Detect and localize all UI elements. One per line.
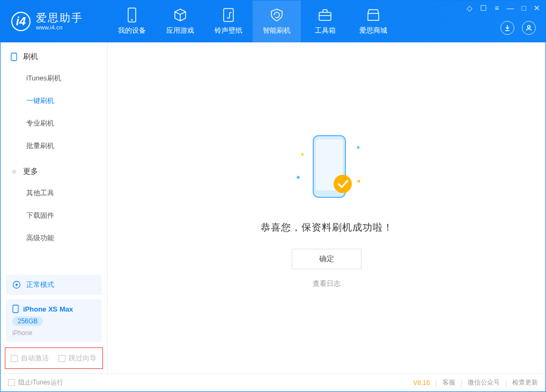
header-right-icons xyxy=(500,21,536,35)
checkbox-icon xyxy=(8,379,15,386)
nav-tab-label: 应用游戏 xyxy=(166,26,194,35)
app-name: 爱思助手 xyxy=(36,11,83,24)
footer: 阻止iTunes运行 V8.16 | 客服 | 微信公众号 | 检查更新 xyxy=(1,373,545,391)
device-type: iPhone xyxy=(12,329,95,337)
app-url: www.i4.cn xyxy=(36,24,83,31)
mode-icon xyxy=(12,280,21,289)
logo-area: i4 爱思助手 www.i4.cn xyxy=(1,1,108,42)
svg-point-7 xyxy=(16,284,18,286)
cube-icon xyxy=(173,8,188,23)
nav-tab-device[interactable]: 我的设备 xyxy=(108,1,156,42)
sidebar-section-title: 更多 xyxy=(23,167,38,176)
version-label: V8.16 xyxy=(413,379,430,387)
checkbox-block-itunes[interactable]: 阻止iTunes运行 xyxy=(8,378,63,387)
highlighted-options: 自动激活 跳过向导 xyxy=(5,347,103,369)
sidebar-item-oneclick[interactable]: 一键刷机 xyxy=(1,90,107,112)
nav-tab-flash[interactable]: 智能刷机 xyxy=(253,1,301,42)
checkbox-label: 跳过向导 xyxy=(69,353,97,363)
view-log-link[interactable]: 查看日志 xyxy=(313,279,341,289)
success-message: 恭喜您，保资料刷机成功啦！ xyxy=(261,221,393,234)
svg-point-9 xyxy=(301,153,304,156)
nav-tab-label: 工具箱 xyxy=(315,26,336,35)
checkbox-auto-activate[interactable]: 自动激活 xyxy=(11,353,49,363)
nav-tab-label: 智能刷机 xyxy=(263,26,291,35)
sidebar-item-advanced[interactable]: 高级功能 xyxy=(1,227,107,249)
svg-rect-3 xyxy=(319,12,331,20)
minimize-icon[interactable]: — xyxy=(507,4,514,12)
svg-point-11 xyxy=(358,180,360,182)
refresh-shield-icon xyxy=(269,8,284,23)
svg-point-14 xyxy=(334,175,352,193)
nav-tab-toolbox[interactable]: 工具箱 xyxy=(301,1,349,42)
menu-icon[interactable]: ≡ xyxy=(495,4,499,12)
checkbox-icon xyxy=(11,355,18,362)
checkbox-skip-guide[interactable]: 跳过向导 xyxy=(58,353,97,363)
sidebar-item-other[interactable]: 其他工具 xyxy=(1,182,107,204)
toolbox-icon xyxy=(318,8,333,23)
update-link[interactable]: 检查更新 xyxy=(512,378,538,387)
sidebar-section-more: ≡ 更多 xyxy=(1,157,107,182)
nav-tab-store[interactable]: 爱思商城 xyxy=(349,1,397,42)
checkbox-label: 阻止iTunes运行 xyxy=(18,378,63,387)
sidebar-item-itunes[interactable]: iTunes刷机 xyxy=(1,67,107,90)
sidebar: 刷机 iTunes刷机 一键刷机 专业刷机 批量刷机 ≡ 更多 其他工具 下载固… xyxy=(1,42,108,373)
user-icon[interactable] xyxy=(522,21,536,35)
sidebar-item-batch[interactable]: 批量刷机 xyxy=(1,135,107,157)
svg-rect-8 xyxy=(13,305,18,313)
svg-rect-5 xyxy=(11,53,17,61)
checkbox-icon xyxy=(58,355,65,362)
nav-tab-label: 爱思商城 xyxy=(359,26,387,35)
main-content: 恭喜您，保资料刷机成功啦！ 确定 查看日志 xyxy=(108,42,545,373)
sidebar-item-firmware[interactable]: 下载固件 xyxy=(1,204,107,227)
feedback-icon[interactable]: ☐ xyxy=(480,4,487,12)
nav-tab-label: 铃声壁纸 xyxy=(215,26,242,35)
svg-point-1 xyxy=(131,19,133,21)
maximize-icon[interactable]: □ xyxy=(522,4,526,12)
store-icon xyxy=(366,8,381,23)
sidebar-section-flash: 刷机 xyxy=(1,42,107,67)
body: 刷机 iTunes刷机 一键刷机 专业刷机 批量刷机 ≡ 更多 其他工具 下载固… xyxy=(1,42,545,373)
logo-icon: i4 xyxy=(11,12,31,31)
window-controls: ◇ ☐ ≡ — □ ✕ xyxy=(467,4,540,12)
music-file-icon xyxy=(221,8,236,23)
sidebar-item-pro[interactable]: 专业刷机 xyxy=(1,112,107,135)
phone-outline-icon xyxy=(10,53,18,61)
svg-rect-2 xyxy=(224,9,233,21)
nav-tab-apps[interactable]: 应用游戏 xyxy=(156,1,204,42)
device-name: iPhone XS Max xyxy=(23,305,73,313)
support-link[interactable]: 客服 xyxy=(442,378,455,387)
nav-tab-label: 我的设备 xyxy=(118,26,146,35)
download-icon[interactable] xyxy=(500,21,514,35)
device-capacity: 256GB xyxy=(12,316,43,326)
logo-text: 爱思助手 www.i4.cn xyxy=(36,11,83,31)
tshirt-icon[interactable]: ◇ xyxy=(467,4,473,12)
list-icon: ≡ xyxy=(10,168,18,175)
sidebar-section-title: 刷机 xyxy=(23,52,38,62)
device-info-card[interactable]: iPhone XS Max 256GB iPhone xyxy=(6,299,102,342)
svg-rect-10 xyxy=(296,175,300,179)
wechat-link[interactable]: 微信公众号 xyxy=(468,378,500,387)
device-phone-icon xyxy=(12,305,19,313)
phone-icon xyxy=(124,8,139,23)
device-mode-label: 正常模式 xyxy=(26,280,54,290)
close-icon[interactable]: ✕ xyxy=(534,4,540,12)
nav-tab-ringtones[interactable]: 铃声壁纸 xyxy=(204,1,253,42)
app-window: i4 爱思助手 www.i4.cn 我的设备 应用游戏 铃声壁纸 智能刷机 xyxy=(0,0,546,392)
ok-button[interactable]: 确定 xyxy=(292,249,361,269)
device-mode-card[interactable]: 正常模式 xyxy=(6,275,102,295)
header: i4 爱思助手 www.i4.cn 我的设备 应用游戏 铃声壁纸 智能刷机 xyxy=(1,1,545,42)
svg-point-4 xyxy=(528,26,530,28)
success-illustration xyxy=(284,128,370,208)
checkbox-label: 自动激活 xyxy=(21,353,49,363)
